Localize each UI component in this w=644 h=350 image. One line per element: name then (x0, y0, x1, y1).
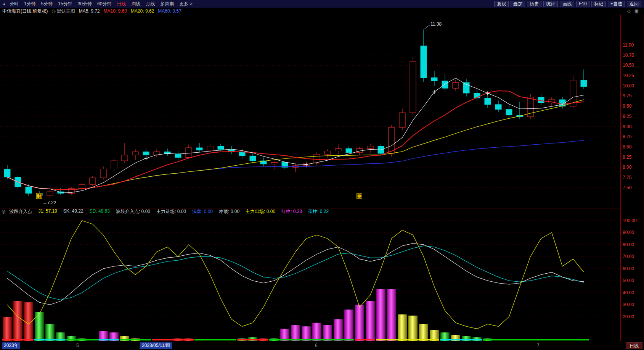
baseline-segment (120, 339, 151, 340)
indicator-chart[interactable] (0, 215, 620, 341)
baseline-segment (269, 339, 354, 340)
indicator-tick: 90.00 (623, 230, 634, 235)
title-bar-icons: ◇ ▣ (627, 8, 642, 14)
news-marker[interactable]: 榜 (357, 193, 362, 199)
candles-layer (4, 29, 587, 199)
toolbar-button-0[interactable]: 复权 (494, 1, 509, 7)
price-tick: 7.75 (623, 175, 631, 180)
price-axis: 11.0010.7510.5010.2510.009.759.509.259.0… (620, 15, 644, 341)
period-tab-1[interactable]: 1分钟 (24, 1, 36, 7)
period-tab-0[interactable]: 分时 (10, 1, 19, 7)
indicator-line-J1 (7, 221, 584, 329)
diamond-icon[interactable]: ◇ (627, 8, 630, 14)
histogram-bar-magenta (344, 310, 353, 341)
price-tick: 10.00 (623, 83, 634, 89)
histogram-bar-green (45, 324, 55, 341)
layout-label[interactable]: 默认主图 (57, 8, 75, 15)
panel-layout-icon[interactable]: ▣ (634, 8, 639, 14)
histogram-bar-red (13, 301, 22, 341)
baseline-segment (34, 339, 66, 340)
price-tick: 9.75 (623, 93, 631, 98)
price-tick: 10.75 (623, 53, 634, 58)
histogram-bar-magenta (302, 326, 311, 341)
price-tick: 10.25 (623, 73, 634, 78)
period-tab-bar: 分时1分钟5分钟15分钟30分钟60分钟日线周线月线多周期更多 > (10, 1, 193, 7)
title-bar: 中信海直(日线.前复权) ◎ 默认主图 MA5: 9.72MA10: 9.60M… (0, 8, 644, 15)
baseline-segment (66, 339, 98, 340)
time-label-2: 2023/05/11/四 (140, 342, 172, 349)
histogram-bar-magenta (291, 325, 300, 341)
period-tab-2[interactable]: 5分钟 (41, 1, 53, 7)
price-tick: 9.50 (623, 103, 631, 109)
period-tab-10[interactable]: 更多 > (179, 1, 192, 7)
layout-circle-icon[interactable]: ◎ (51, 8, 55, 14)
baseline-segment (483, 339, 589, 340)
ma-value: MA10: 9.60 (104, 8, 127, 14)
indicator-tick: 100.00 (623, 218, 637, 223)
toolbar-button-4[interactable]: 画线 (560, 1, 574, 7)
histogram-bar-yellow (419, 324, 428, 341)
period-tab-5[interactable]: 60分钟 (97, 1, 111, 7)
main-chart-panel[interactable]: ←7.2211.38 财榜 (0, 15, 620, 208)
indicator-grid (0, 215, 620, 341)
news-marker[interactable]: 财 (36, 193, 42, 199)
indicator-value-1: J1: 57.19 (38, 208, 57, 215)
indicator-tick: 60.00 (623, 266, 634, 271)
indicator-panel[interactable] (0, 215, 620, 341)
period-tab-3[interactable]: 15分钟 (58, 1, 72, 7)
top-toolbar: ◄ 分时1分钟5分钟15分钟30分钟60分钟日线周线月线多周期更多 > 复权叠加… (0, 0, 644, 8)
indicator-value-8: 主力出场: 0.00 (246, 208, 275, 215)
toolbar-button-1[interactable]: 叠加 (511, 1, 525, 7)
price-tick: 9.00 (623, 124, 631, 129)
indicator-tick: 30.00 (623, 302, 634, 307)
speaker-icon[interactable]: ◄ (2, 2, 6, 6)
price-tick: 7.50 (623, 185, 631, 190)
indicator-circle-icon[interactable]: ◎ (2, 209, 5, 214)
histogram-bar-magenta (376, 289, 385, 341)
ma5-line (7, 78, 584, 193)
histogram-bar-magenta (366, 301, 375, 341)
indicator-value-5: 主力进场: 0.00 (156, 208, 186, 215)
ma-value: MA20: 9.62 (131, 8, 154, 14)
toolbar-button-2[interactable]: 历史 (527, 1, 541, 7)
ma20-line (7, 100, 584, 190)
indicator-tick: 50.00 (623, 278, 634, 283)
histogram-bar-magenta (334, 319, 343, 341)
period-tab-9[interactable]: 多周期 (160, 1, 174, 7)
indicator-tick: 70.00 (623, 254, 634, 259)
indicator-value-9: 红柱: 0.33 (281, 208, 302, 215)
price-tick: 8.25 (623, 155, 631, 160)
period-tab-6[interactable]: 日线 (117, 1, 126, 7)
baseline-segment (152, 339, 194, 340)
indicator-tick: 80.00 (623, 242, 634, 247)
baseline-segment (376, 339, 439, 340)
histogram-bar-magenta (355, 305, 364, 341)
period-tab-8[interactable]: 月线 (146, 1, 155, 7)
period-tab-4[interactable]: 30分钟 (78, 1, 92, 7)
stock-title: 中信海直(日线.前复权) (2, 8, 48, 15)
price-tick: 8.50 (623, 144, 631, 150)
histogram-bar-green (35, 312, 44, 341)
histogram-layer (2, 289, 589, 341)
toolbar-button-7[interactable]: +自选 (608, 1, 625, 7)
time-label-1: 5 (76, 343, 79, 348)
histogram-bar-magenta (323, 325, 332, 341)
baseline-segment (440, 339, 482, 340)
indicator-value-6: 洗盘: 0.00 (192, 208, 213, 215)
indicator-value-3: SD: 48.63 (90, 208, 110, 215)
histogram-bar-magenta (312, 323, 321, 341)
toolbar-button-6[interactable]: 标记 (591, 1, 606, 7)
toolbar-button-5[interactable]: F10 (576, 1, 589, 7)
indicator-line-SK (7, 244, 584, 305)
toolbar-action-bar: 复权叠加历史统计画线F10标记+自选返回 (494, 1, 642, 7)
indicator-value-7: 冲顶: 0.00 (219, 208, 239, 215)
toolbar-button-8[interactable]: 返回 (627, 1, 641, 7)
toolbar-button-3[interactable]: 统计 (543, 1, 558, 7)
period-tab-7[interactable]: 周线 (131, 1, 140, 7)
indicator-line-SD (7, 246, 584, 300)
price-annotation: 11.38 (430, 21, 442, 27)
candlestick-chart[interactable]: ←7.2211.38 (0, 15, 620, 208)
period-indicator[interactable]: 日线 (626, 342, 642, 349)
histogram-bar-red (3, 317, 12, 341)
histogram-bar-magenta (387, 289, 396, 341)
